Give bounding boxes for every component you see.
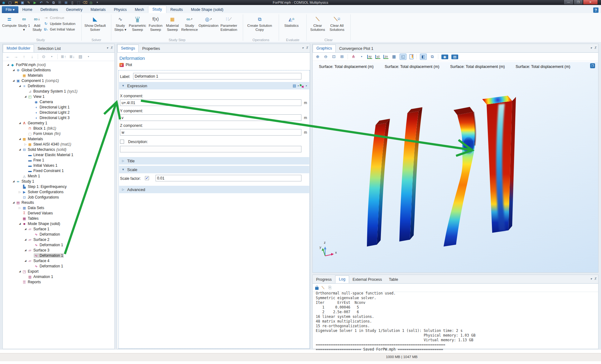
pin-icon[interactable]: ⊼ [306, 46, 308, 50]
study-reference-button[interactable]: ∞↗ Study Reference [181, 14, 198, 32]
color-legend-icon[interactable] [410, 54, 413, 59]
graphics-canvas[interactable]: Surface: Total displacement (m) Surface:… [313, 62, 598, 272]
tab-selection-list[interactable]: Selection List [34, 45, 64, 52]
clipping-icon[interactable]: ⧉ [430, 54, 435, 60]
tab-mode-shape[interactable]: Mode Shape (solid) [187, 6, 228, 13]
z-component-input[interactable] [120, 129, 301, 136]
description-checkbox[interactable] [120, 140, 124, 144]
redo-icon[interactable]: ↷ [45, 0, 50, 5]
scale-factor-checkbox[interactable]: ✔ [145, 176, 149, 180]
save-icon[interactable]: ▣ [20, 0, 25, 5]
update-solution-button[interactable]: ↻ Update Solution [44, 22, 75, 26]
label-input[interactable] [133, 73, 301, 79]
tab-convergence-plot[interactable]: Convergence Plot 1 [336, 45, 377, 52]
caret-icon[interactable]: ▾ [305, 84, 307, 87]
tree-item-export[interactable]: ◢◳Export [3, 269, 114, 274]
tree-item-linear-elastic[interactable]: ▬Linear Elastic Material 1 [3, 152, 114, 157]
show-default-solver-button[interactable]: ◣ Show Default Solver [83, 14, 107, 32]
open-file-icon[interactable]: ⬒ [14, 0, 18, 5]
tree-item-form-union[interactable]: ▢Form Union(fin) [3, 131, 114, 136]
tree-item-reports[interactable]: ☰Reports [3, 279, 114, 285]
node-text-caret-icon[interactable]: ▾ [86, 54, 91, 60]
study1-button[interactable]: ∞ Study 1 ▾ [17, 14, 31, 32]
view-xy-icon[interactable]: xy [367, 55, 372, 59]
x-component-input[interactable] [120, 99, 301, 106]
section-expression[interactable]: ▼Expression ▤▾ ▶◀▾ [119, 82, 309, 89]
tree-item-directional-light2[interactable]: ◖Directional Light 2 [3, 110, 114, 115]
find-icon[interactable]: ◎ [89, 0, 93, 5]
tree-item-mode-shape[interactable]: ◢■Mode Shape (solid) [3, 221, 114, 226]
tree-item-directional-light1[interactable]: ◖Directional Light 1 [3, 104, 114, 110]
parametric-sweep-button[interactable]: 123≣ Parametric Sweep [128, 14, 147, 32]
material-sweep-button[interactable]: ▦ Material Sweep [164, 14, 181, 32]
run-icon[interactable]: ▶ [33, 0, 37, 5]
section-title[interactable]: ▷Title [119, 157, 309, 165]
grid-icon[interactable]: ▦ [392, 54, 397, 60]
caret-icon[interactable]: ▾ [297, 84, 299, 87]
get-initial-value-button[interactable]: U₌ Get Initial Value [44, 27, 75, 31]
select-box-icon[interactable]: ⬚ [76, 0, 81, 5]
tree-item-surface3[interactable]: ◢▱Surface 3 [3, 247, 114, 253]
tree-item-results[interactable]: ◢▤Results [3, 200, 114, 205]
tab-home[interactable]: Home [18, 6, 36, 13]
tab-progress[interactable]: Progress [313, 276, 335, 283]
add-study-button[interactable]: ∞⇣ Add Study [31, 14, 44, 32]
save-as-icon[interactable]: ✎ [26, 0, 31, 5]
tree-item-root[interactable]: ◢◆ForPW.mph(root) [3, 62, 114, 67]
section-scale[interactable]: ▼Scale [119, 166, 309, 173]
tree-item-surface4[interactable]: ◢▱Surface 4 [3, 258, 114, 263]
undo-icon[interactable]: ↶ [39, 0, 43, 5]
zoom-out-icon[interactable]: ⊖ [323, 54, 328, 60]
print-icon[interactable]: ▤ [451, 55, 458, 59]
tree-item-materials[interactable]: ◢▦Materials [3, 136, 114, 141]
tree-item-surface1[interactable]: ◢▱Surface 1 [3, 226, 114, 232]
panel-menu-icon[interactable]: ▾ [590, 46, 592, 50]
panel-menu-icon[interactable]: ▾ [590, 277, 592, 280]
panel-menu-icon[interactable]: ▾ [107, 46, 108, 50]
paste-icon[interactable]: ⎘ [58, 0, 62, 5]
duplicate-icon[interactable]: ⊞ [64, 0, 68, 5]
move-down-icon[interactable]: ↓ [30, 54, 35, 60]
node-text-icon[interactable]: ▤ [78, 54, 83, 60]
tree-item-surface2[interactable]: ◢▱Surface 2 [3, 237, 114, 242]
tree-item-block1[interactable]: ⊓Block 1(blk1) [3, 126, 114, 131]
tab-study[interactable]: Study [148, 6, 166, 13]
tab-table[interactable]: Table [385, 276, 401, 283]
tab-materials[interactable]: Materials [86, 6, 110, 13]
move-up-icon[interactable]: ↑ [22, 54, 26, 60]
tree-item-fixed-constraint[interactable]: ▬Fixed Constraint 1 [3, 168, 114, 173]
description-input[interactable] [120, 146, 301, 152]
tab-physics[interactable]: Physics [110, 6, 131, 13]
new-file-icon[interactable]: ▢ [8, 0, 12, 5]
pin-icon[interactable]: ⊼ [594, 277, 596, 280]
zoom-in-icon[interactable]: ⊕ [315, 54, 320, 60]
parameter-estimation-button[interactable]: ∷⟋ Parameter Estimation [219, 14, 239, 32]
minimize-button[interactable]: — [564, 0, 574, 5]
tree-item-deformation-4[interactable]: ∿Deformation 1 [3, 263, 114, 269]
show-icon[interactable]: ⊙ [41, 54, 46, 60]
tab-file[interactable]: File ▾ [2, 6, 18, 13]
back-icon[interactable]: ← [5, 54, 10, 60]
y-component-input[interactable] [120, 114, 301, 121]
delete-icon[interactable]: ▯ [70, 0, 75, 5]
zoom-extents-icon[interactable]: ⊞ [339, 54, 344, 60]
tree-item-view1[interactable]: ◢◰View 1 [3, 94, 114, 99]
tree-item-free1[interactable]: ▬Free 1 [3, 157, 114, 163]
tree-item-data-sets[interactable]: ▷▦Data Sets [3, 205, 114, 210]
tab-log[interactable]: Log [335, 275, 349, 283]
statistics-button[interactable]: ◭ılı Statistics [281, 14, 302, 28]
create-solution-copy-button[interactable]: ⧉ Create Solution Copy [245, 14, 275, 32]
tree-item-solver-configurations[interactable]: ▷▶Solver Configurations [3, 189, 114, 194]
tab-results[interactable]: Results [166, 6, 187, 13]
scale-factor-input[interactable] [156, 175, 301, 181]
tree-item-deformation-3-selected[interactable]: ∿Deformation 1 [3, 253, 114, 258]
tab-model-builder[interactable]: Model Builder [3, 45, 34, 52]
tree-item-initial-values[interactable]: ▬Initial Values 1 [3, 163, 114, 168]
tab-geometry[interactable]: Geometry [62, 6, 87, 13]
clear-all-solutions-button[interactable]: ⟍☑ Clear All Solutions [327, 14, 347, 32]
transparency-icon[interactable]: ◧ [420, 54, 427, 60]
clear-selection-icon[interactable]: ⌫ [83, 0, 87, 5]
tree-item-solid-mechanics[interactable]: ◢⊟Solid Mechanics(solid) [3, 147, 114, 152]
tree-item-camera[interactable]: ◉Camera [3, 99, 114, 104]
tree-item-directional-light3[interactable]: ◖Directional Light 3 [3, 115, 114, 120]
